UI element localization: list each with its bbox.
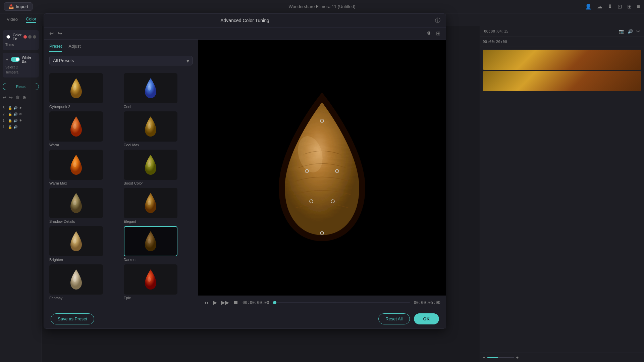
svg-point-11: [148, 277, 151, 282]
preset-grid: Cyberpunk 2: [44, 69, 198, 309]
preset-label-shadowdetails: Shadow Details: [49, 219, 75, 223]
account-icon[interactable]: 👤: [585, 3, 592, 10]
next-frame-button[interactable]: ▶▶: [221, 299, 229, 306]
preset-item-cyberpunk2[interactable]: Cyberpunk 2: [49, 73, 118, 109]
import-icon: 📥: [8, 4, 14, 9]
window-icon[interactable]: ⊡: [618, 3, 622, 10]
layout-icon[interactable]: ⊞: [627, 3, 632, 10]
redo-icon[interactable]: ↪: [9, 95, 13, 100]
preset-item-brighten[interactable]: Brighten: [49, 226, 118, 262]
play-button[interactable]: ▶: [213, 299, 217, 306]
preview-panel: ⏮ ▶ ▶▶ ⏹ 00:00:00:00 00:00:05:00: [198, 40, 446, 309]
time-current: 00:00:00:00: [243, 300, 269, 305]
tab-color[interactable]: Color: [26, 16, 36, 23]
preset-thumb-svg-coolmax: [142, 115, 159, 138]
redo-toolbar-icon[interactable]: ↪: [58, 30, 62, 37]
tl-camera-icon[interactable]: 📷: [619, 29, 624, 34]
modal-close-icon[interactable]: ⓘ: [435, 17, 440, 24]
white-balance-toggle[interactable]: [11, 57, 20, 62]
preset-thumb-svg-elegant: [142, 191, 159, 215]
download-icon[interactable]: ⬇: [608, 3, 612, 10]
svg-point-0: [73, 86, 76, 91]
reset-button[interactable]: Reset: [3, 83, 39, 90]
preview-canvas: [198, 40, 446, 296]
preset-label-cool: Cool: [124, 105, 131, 109]
delete-icon[interactable]: 🗑: [15, 95, 20, 100]
preset-thumb-brighten: [49, 226, 103, 256]
track-num-3: 3: [3, 106, 7, 110]
preset-item-shadowdetails[interactable]: Shadow Details: [49, 188, 118, 223]
preset-label-epic: Epic: [124, 296, 131, 300]
compare-icon[interactable]: ⊞: [436, 30, 440, 37]
track-row-2: 2 🔒 🔊 👁: [3, 112, 39, 117]
preset-thumb-svg-epic: [142, 268, 159, 291]
preset-thumb-coolmax: [124, 111, 177, 142]
svg-point-10: [73, 277, 76, 282]
preset-item-warm[interactable]: Warm: [49, 111, 118, 147]
preset-item-fantasy[interactable]: Fantasy: [49, 264, 118, 300]
track-lock-1a: 🔒: [8, 119, 12, 122]
modal-toolbar: ↩ ↪ 👁 ⊞: [44, 28, 446, 40]
prev-frame-button[interactable]: ⏮: [204, 300, 209, 306]
preset-thumb-epic: [124, 264, 177, 295]
preset-label-warm: Warm: [49, 143, 59, 147]
menu-icon[interactable]: ≡: [637, 4, 640, 10]
svg-point-6: [73, 201, 76, 205]
preset-item-cool[interactable]: Cool: [124, 73, 193, 109]
playback-slider[interactable]: [273, 302, 410, 303]
track-lock-1b: 🔒: [8, 125, 12, 129]
preset-item-coolmax[interactable]: Cool Max: [124, 111, 193, 147]
preset-item-elegant[interactable]: Elegant: [124, 188, 193, 223]
white-balance-section: ▼ White Ba Select C Tempera: [3, 53, 39, 77]
preset-thumb-svg-brighten: [68, 229, 85, 253]
svg-point-7: [148, 201, 151, 205]
add-icon[interactable]: ⊕: [22, 95, 26, 100]
tl-zoom-slider[interactable]: [487, 357, 514, 358]
preset-item-epic[interactable]: Epic: [124, 264, 193, 300]
reset-all-button[interactable]: Reset All: [378, 313, 410, 324]
right-panel: 00:00:04:15 📷 🔊 ✂ 00:00:20:00 −: [480, 26, 644, 362]
dot-gray1: [28, 35, 32, 39]
import-label: Import: [16, 4, 28, 9]
dot-red: [23, 35, 27, 39]
stop-button[interactable]: ⏹: [233, 300, 238, 306]
tl-track-thumb-1: [483, 50, 641, 70]
preset-thumb-svg-darken: [142, 229, 159, 253]
preset-filter-select[interactable]: All Presets: [49, 56, 193, 65]
preset-item-darken[interactable]: Darken: [124, 226, 193, 262]
timeline-header: 00:00:04:15 📷 🔊 ✂: [480, 26, 644, 37]
zoom-out-icon[interactable]: −: [483, 355, 485, 360]
white-balance-label: White Ba: [22, 55, 36, 63]
tab-preset[interactable]: Preset: [49, 44, 62, 52]
main-layout: ▼ Color En Thres ▼ White Ba Select C Tem…: [0, 26, 644, 362]
tl-split-icon[interactable]: ✂: [636, 29, 640, 34]
zoom-in-icon[interactable]: +: [516, 355, 519, 360]
tab-video[interactable]: Video: [7, 17, 18, 22]
undo-toolbar-icon[interactable]: ↩: [49, 30, 54, 37]
dot-gray2: [33, 35, 36, 39]
preset-label-darken: Darken: [124, 258, 136, 262]
track-vis-2: 👁: [19, 112, 22, 116]
preset-label-brighten: Brighten: [49, 258, 63, 262]
preset-item-boostcolor[interactable]: Boost Color: [124, 150, 193, 185]
preview-toggle-icon[interactable]: 👁: [427, 31, 432, 37]
timeline-icons: 📷 🔊 ✂: [619, 29, 640, 34]
preset-thumb-svg-warmmax: [68, 153, 85, 176]
tab-adjust[interactable]: Adjust: [69, 44, 81, 52]
cloud-icon[interactable]: ☁: [597, 3, 602, 10]
svg-point-9: [148, 239, 151, 244]
import-button[interactable]: 📥 Import: [4, 2, 33, 11]
preset-thumb-svg-fantasy: [68, 268, 85, 291]
tl-controls-row: − +: [480, 353, 644, 362]
preset-label-warmmax: Warm Max: [49, 181, 67, 185]
preset-thumb-elegant: [124, 188, 177, 218]
timeline-tracks: [480, 47, 644, 353]
tl-audio-icon[interactable]: 🔊: [628, 29, 633, 34]
preset-label-fantasy: Fantasy: [49, 296, 62, 300]
preset-label-cyberpunk2: Cyberpunk 2: [49, 105, 70, 109]
preset-item-warmmax[interactable]: Warm Max: [49, 150, 118, 185]
preset-thumb-svg-warm: [68, 115, 85, 138]
save-as-preset-button[interactable]: Save as Preset: [51, 313, 94, 324]
ok-button[interactable]: OK: [414, 313, 439, 324]
undo-icon[interactable]: ↩: [3, 95, 6, 100]
